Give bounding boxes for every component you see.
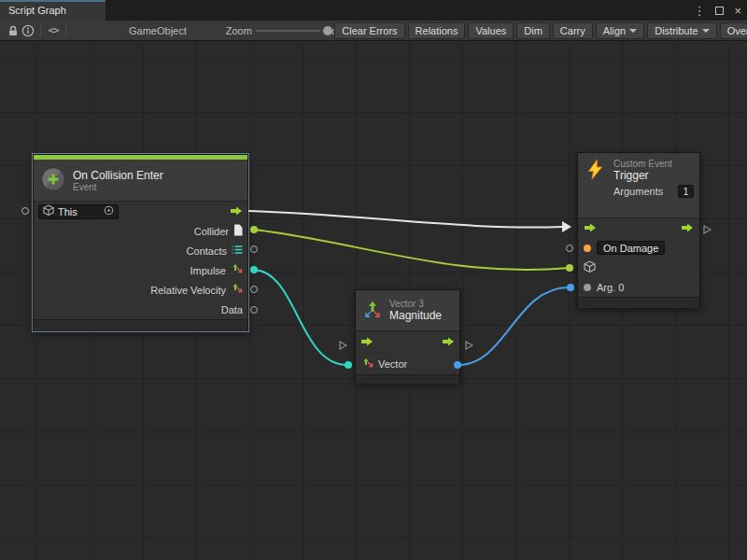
flow-input-icon[interactable] [360,336,374,349]
flow-in-marker-icon[interactable] [338,338,347,355]
node-category: Vector 3 [389,299,442,309]
node-on-collision-enter[interactable]: On Collision Enter Event This [33,154,248,331]
align-button[interactable]: Align [596,22,644,39]
values-button[interactable]: Values [468,22,514,39]
port-row-collider: Collider [34,221,247,241]
node-footer [356,374,459,384]
port-contacts-output[interactable] [250,245,258,253]
port-arg0-input[interactable] [567,284,574,291]
port-row-vector: Vector [356,354,459,374]
graph-canvas[interactable]: On Collision Enter Event This [0,41,747,560]
toolbar-divider [65,24,66,37]
distribute-button[interactable]: Distribute [647,22,716,39]
dim-button[interactable]: Dim [516,22,550,39]
node-title: On Collision Enter [73,169,163,182]
node-header[interactable]: On Collision Enter Event [34,160,247,202]
port-data-output[interactable] [250,306,258,314]
arguments-label: Arguments [613,186,663,197]
wire-flow-arrowhead [562,221,571,232]
port-this-input[interactable] [21,207,29,215]
port-row-impulse: Impulse [34,260,247,280]
chevron-down-icon [702,29,710,33]
zoom-label: Zoom [226,25,252,36]
zoom-slider-track [256,30,320,32]
flow-row [578,218,699,238]
arguments-field[interactable]: 1 [678,185,694,198]
port-row-event-name: On Damage [578,238,699,258]
cube-icon [43,204,54,218]
wire-magnitude-to-arg0[interactable] [458,287,569,365]
flow-output-icon[interactable] [442,336,455,349]
target-object-field[interactable]: This [38,204,119,219]
arguments-row: Arguments 1 [585,185,694,198]
port-vector-input[interactable] [345,361,352,369]
flow-output-icon[interactable] [681,222,694,235]
port-row-contacts: Contacts [34,241,247,260]
event-icon [41,167,65,193]
node-header[interactable]: Custom Event Trigger Arguments 1 [578,153,699,218]
port-label: Relative Velocity [150,285,226,296]
lock-icon[interactable] [6,21,21,40]
clear-errors-button[interactable]: Clear Errors [334,22,404,39]
port-event-name-input[interactable] [566,245,573,252]
flow-out-marker-icon[interactable] [702,222,712,239]
event-name-field[interactable]: On Damage [597,241,665,255]
cube-icon [584,260,596,275]
more-menu-icon[interactable]: ⋮ [693,5,705,17]
titlebar: Script Graph ⋮ × [0,0,747,21]
port-label: Arg. 0 [597,282,624,293]
wire-impulse-to-vector[interactable] [254,270,347,365]
port-label: Impulse [190,265,226,276]
flow-out-marker-icon[interactable] [464,338,473,355]
info-icon[interactable] [21,21,35,40]
node-footer [578,297,699,308]
carry-button[interactable]: Carry [553,22,593,39]
overview-button[interactable]: Overv [720,22,747,39]
port-row-target: This [34,202,247,221]
object-picker-icon[interactable] [104,205,114,217]
vector-icon [231,283,243,297]
port-relative-velocity-output[interactable] [250,286,258,293]
port-collider-output[interactable] [250,226,258,233]
vector-icon [361,357,374,371]
gameobject-label: GameObject [129,25,187,36]
tab-title: Script Graph [8,5,66,16]
node-body: This Collider Contacts [34,202,247,319]
flow-row [356,331,459,354]
port-magnitude-output[interactable] [454,361,461,369]
toolbar-buttons: Clear Errors Relations Values Dim Carry … [334,22,747,39]
tab-script-graph[interactable]: Script Graph [0,0,106,21]
flow-output-icon[interactable] [230,205,243,218]
align-label: Align [603,25,626,36]
node-vector3-magnitude[interactable]: Vector 3 Magnitude Vector [355,289,460,383]
node-title: Magnitude [389,309,442,322]
node-trigger-custom-event[interactable]: Custom Event Trigger Arguments 1 On Dama… [577,152,700,308]
node-category: Custom Event [613,159,672,169]
port-impulse-output[interactable] [250,266,258,273]
list-icon [232,245,243,257]
node-footer [34,319,247,331]
vector3-icon [363,301,382,321]
zoom-slider[interactable] [256,21,320,40]
wire-collider-to-gameobject[interactable] [254,230,570,270]
port-row-gameobject [578,258,699,277]
port-label: Collider [194,226,229,237]
relations-button[interactable]: Relations [408,22,466,39]
code-icon[interactable]: <> [46,21,61,40]
node-header[interactable]: Vector 3 Magnitude [356,290,459,331]
port-label: Data [221,304,243,315]
vector-icon [231,263,243,277]
flow-input-icon[interactable] [584,222,597,235]
node-subtitle: Event [73,182,163,192]
port-row-relative-velocity: Relative Velocity [34,280,247,300]
window-controls: ⋮ × [693,0,741,21]
maximize-icon[interactable] [715,5,724,17]
wire-control-flow[interactable] [248,211,562,228]
target-value: This [58,206,100,217]
close-icon[interactable]: × [734,5,741,17]
zoom-slider-handle[interactable] [323,26,332,35]
graph-toolbar: <> GameObject Zoom 1x Clear Errors Relat… [0,21,747,41]
port-row-data: Data [34,300,247,319]
port-target-gameobject-input[interactable] [566,264,573,272]
distribute-label: Distribute [655,25,698,36]
